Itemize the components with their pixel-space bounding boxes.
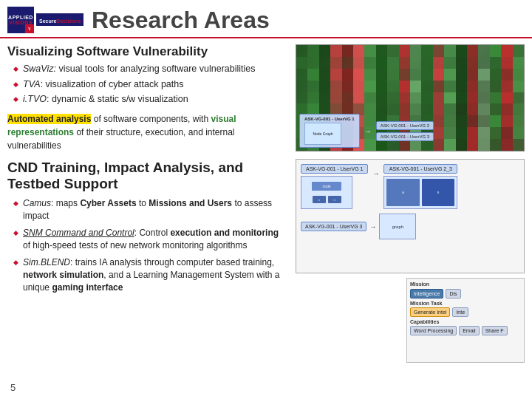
mission-label: Mission — [410, 282, 521, 287]
mission-cell-email: Email — [459, 326, 480, 335]
section2-bullets: Camus: maps Cyber Assets to Missions and… — [13, 197, 281, 295]
mission-cell-dis: Dis — [446, 289, 460, 299]
net-diagram-2: A B — [383, 176, 457, 209]
bullet-tva: TVA: visualization of cyber attack paths — [13, 78, 281, 92]
right-column: ASK-VG-001 - UserVG 1 Node Graph → ASK-V… — [287, 44, 525, 363]
page-title: Research Areas — [92, 8, 270, 32]
net-box-3: ASK-VG-001 - UserVG 3 — [301, 222, 366, 231]
diagram-panel: ASK-VG-001 - UserVG 1 node n n → ASK-VG-… — [296, 159, 525, 273]
section1-bullets: SwaViz: visual tools for analyzing softw… — [13, 63, 281, 106]
network-top-row: ASK-VG-001 - UserVG 1 node n n → ASK-VG-… — [301, 164, 457, 209]
bullet-snm: SNM Command and Control: Control executi… — [13, 227, 281, 253]
analysis-paragraph: Automated analysis of software component… — [7, 112, 281, 152]
logo: APPLIED VISIONS V SecureDecisions — [7, 4, 81, 35]
section2-title: CND Training, Impact Analysis, and Testb… — [7, 160, 281, 194]
mission-cell-inte: Inte — [452, 307, 468, 317]
diag-box-3: ASK-VG-001 - UserVG 3 — [376, 132, 434, 141]
diag-box-2: ASK-VG-001 - UserVG 2 — [376, 121, 434, 130]
mission-row-1: Intelligence Dis — [410, 289, 521, 299]
mission-row-3: Word Processing Email Share F — [410, 326, 521, 335]
bullet-itvo: i.TVO: dynamic & static s/w visualizatio… — [13, 93, 281, 106]
arrow-1: → — [364, 127, 372, 135]
left-column: Visualizing Software Vulnerability SwaVi… — [7, 44, 281, 363]
net-diagram-1: node n n — [301, 176, 352, 209]
overlay-diagrams: ASK-VG-001 - UserVG 1 Node Graph → ASK-V… — [299, 114, 434, 148]
section1-title: Visualizing Software Vulnerability — [7, 44, 281, 59]
bullet-simblend: Sim.BLEND: trains IA analysis through co… — [13, 256, 281, 295]
diag-group: ASK-VG-001 - UserVG 2 ASK-VG-001 - UserV… — [376, 121, 434, 141]
viz-panel-top: ASK-VG-001 - UserVG 1 Node Graph → ASK-V… — [296, 44, 525, 151]
mission-task-label: Mission Task — [410, 301, 521, 306]
mission-cell-word: Word Processing — [410, 326, 457, 335]
main-content: Visualizing Software Vulnerability SwaVi… — [0, 38, 532, 363]
mission-row-2: Generate Intel Inte — [410, 307, 521, 317]
capabilities-label: Capabilities — [410, 319, 521, 324]
page-number: 5 — [10, 382, 16, 393]
page-header: APPLIED VISIONS V SecureDecisions Resear… — [0, 0, 532, 38]
net-diagram-3: graph — [379, 214, 416, 239]
bullet-swaviz: SwaViz: visual tools for analyzing softw… — [13, 63, 281, 76]
network-bottom-row: ASK-VG-001 - UserVG 3 → graph — [301, 214, 416, 239]
highlight-automated-analysis: Automated analysis — [7, 114, 91, 124]
net-box-1: ASK-VG-001 - UserVG 1 — [301, 164, 368, 174]
mission-cell-share: Share F — [482, 326, 508, 335]
mission-panel: Mission Intelligence Dis Mission Task Ge… — [406, 278, 525, 363]
mission-cell-intelligence: Intelligence — [410, 289, 443, 299]
net-box-2: ASK-VG-001 - UserVG 2_3 — [383, 164, 457, 174]
mission-cell-generate: Generate Intel — [410, 307, 450, 317]
bullet-camus: Camus: maps Cyber Assets to Missions and… — [13, 197, 281, 223]
diag-box-1: ASK-VG-001 - UserVG 1 Node Graph — [299, 114, 360, 148]
